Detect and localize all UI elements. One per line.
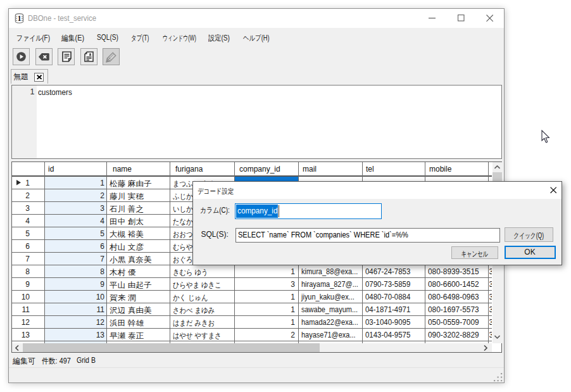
- svg-text:1: 1: [18, 15, 22, 22]
